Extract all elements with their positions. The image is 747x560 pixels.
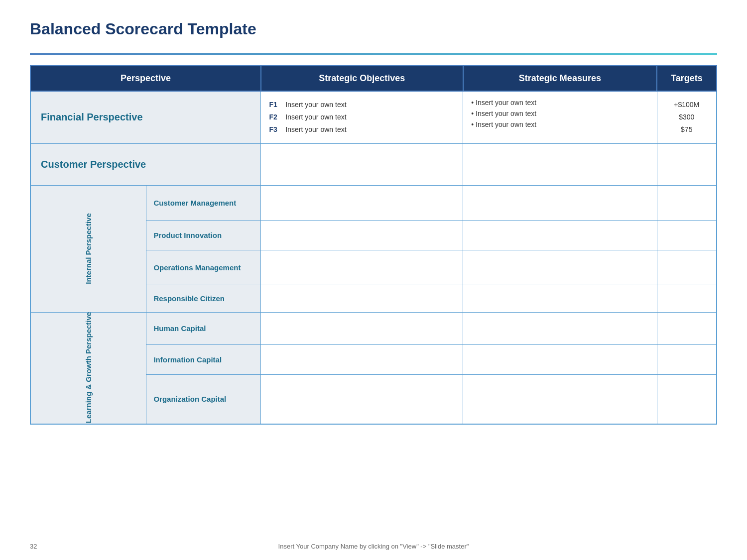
header-strategic-measures: Strategic Measures [463,66,657,91]
financial-obj-f2: F2 Insert your own text [269,111,455,123]
customer-objectives-cell [261,143,463,185]
information-capital-objectives [261,344,463,374]
operations-management-label: Operations Management [146,250,261,285]
human-capital-measures [463,312,657,344]
f2-code: F2 [269,111,281,123]
customer-mgmt-measures [463,185,657,220]
header-row: Perspective Strategic Objectives Strateg… [30,66,717,91]
financial-measures-cell: Insert your own text Insert your own tex… [463,91,657,143]
page-container: Balanced Scorecard Template Perspective … [0,0,747,454]
customer-mgmt-targets [657,185,717,220]
measure-3: Insert your own text [471,120,648,128]
information-capital-targets [657,344,717,374]
scorecard-table: Perspective Strategic Objectives Strateg… [30,65,717,425]
organization-capital-targets [657,374,717,424]
operations-mgmt-measures [463,250,657,285]
product-innovation-targets [657,220,717,250]
responsible-citizen-label: Responsible Citizen [146,285,261,312]
f1-text: Insert your own text [285,99,346,111]
customer-mgmt-objectives [261,185,463,220]
financial-perspective-label: Financial Perspective [30,91,261,143]
responsible-citizen-objectives [261,285,463,312]
operations-mgmt-targets [657,250,717,285]
product-innovation-label: Product Innovation [146,220,261,250]
top-divider [30,53,717,55]
measure-2: Insert your own text [471,110,648,117]
product-innovation-objectives [261,220,463,250]
internal-customer-mgmt-row: Internal Perspective Customer Management [30,185,717,220]
f3-text: Insert your own text [285,123,346,136]
internal-perspective-rotated: Internal Perspective [84,213,93,284]
customer-row: Customer Perspective [30,143,717,185]
page-title: Balanced Scorecard Template [30,20,717,38]
organization-capital-label: Organization Capital [146,374,261,424]
target-1: +$100M [665,99,709,111]
target-2: $300 [665,111,709,123]
customer-targets-cell [657,143,717,185]
internal-perspective-label-cell: Internal Perspective [30,185,146,312]
f2-text: Insert your own text [285,111,346,123]
human-capital-objectives [261,312,463,344]
measures-list: Insert your own text Insert your own tex… [471,99,648,128]
operations-mgmt-objectives [261,250,463,285]
customer-measures-cell [463,143,657,185]
f1-code: F1 [269,99,281,111]
organization-capital-measures [463,374,657,424]
header-perspective: Perspective [30,66,261,91]
footer-text: Insert Your Company Name by clicking on … [278,543,469,550]
financial-targets-cell: +$100M $300 $75 [657,91,717,143]
header-strategic-objectives: Strategic Objectives [261,66,463,91]
responsible-citizen-measures [463,285,657,312]
financial-row: Financial Perspective F1 Insert your own… [30,91,717,143]
customer-management-label: Customer Management [146,185,261,220]
financial-obj-f3: F3 Insert your own text [269,123,455,136]
f3-code: F3 [269,123,281,136]
financial-objectives-cell: F1 Insert your own text F2 Insert your o… [261,91,463,143]
header-targets: Targets [657,66,717,91]
target-3: $75 [665,123,709,136]
financial-obj-f1: F1 Insert your own text [269,99,455,111]
product-innovation-measures [463,220,657,250]
information-capital-label: Information Capital [146,344,261,374]
responsible-citizen-targets [657,285,717,312]
measure-1: Insert your own text [471,99,648,107]
customer-perspective-label: Customer Perspective [30,143,261,185]
learning-human-capital-row: Learning & Growth Perspective Human Capi… [30,312,717,344]
learning-perspective-rotated: Learning & Growth Perspective [84,312,93,423]
organization-capital-objectives [261,374,463,424]
page-number: 32 [30,543,37,550]
learning-perspective-label-cell: Learning & Growth Perspective [30,312,146,424]
human-capital-targets [657,312,717,344]
human-capital-label: Human Capital [146,312,261,344]
information-capital-measures [463,344,657,374]
